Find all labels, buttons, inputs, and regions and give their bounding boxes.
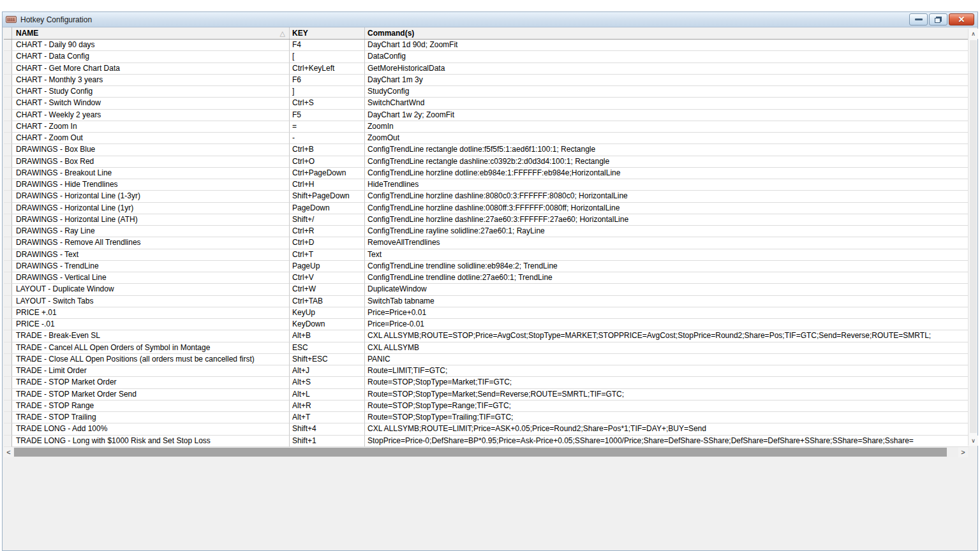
window-controls: ✕ <box>909 13 974 26</box>
row-selector[interactable] <box>4 98 12 109</box>
row-key: Ctrl+D <box>289 237 364 249</box>
table-row[interactable]: CHART - Data Config[DataConfig <box>4 51 969 62</box>
horizontal-scroll-thumb[interactable] <box>14 448 947 457</box>
row-selector[interactable] <box>4 400 12 412</box>
table-row[interactable]: TRADE - Cancel ALL Open Orders of Symbol… <box>4 342 969 354</box>
row-key: - <box>289 133 364 144</box>
row-selector[interactable] <box>4 377 12 388</box>
row-selector[interactable] <box>4 179 12 191</box>
vertical-scroll-thumb[interactable] <box>970 40 977 433</box>
table-row[interactable]: LAYOUT - Duplicate WindowCtrl+WDuplicate… <box>4 284 969 295</box>
row-selector[interactable] <box>4 226 12 237</box>
row-command: ConfigTrendLine trendline dotline:27ae60… <box>364 272 969 284</box>
table-row[interactable]: DRAWINGS - Breakout LineCtrl+PageDownCon… <box>4 168 969 179</box>
row-selector[interactable] <box>4 365 12 377</box>
row-selector[interactable] <box>4 307 12 319</box>
table-row[interactable]: LAYOUT - Switch TabsCtrl+TABSwitchTab ta… <box>4 296 969 307</box>
table-row[interactable]: DRAWINGS - Vertical LineCtrl+VConfigTren… <box>4 272 969 284</box>
table-row[interactable]: DRAWINGS - Ray LineCtrl+RConfigTrendLine… <box>4 226 969 237</box>
row-name: LAYOUT - Duplicate Window <box>12 284 289 295</box>
row-key: Shift+4 <box>289 423 364 435</box>
table-row[interactable]: TRADE - STOP Market OrderAlt+SRoute=STOP… <box>4 377 969 388</box>
scroll-right-icon[interactable]: > <box>958 447 968 457</box>
table-row[interactable]: CHART - Weekly 2 yearsF5DayChart 1w 2y; … <box>4 110 969 121</box>
table-row[interactable]: DRAWINGS - Horizontal Line (1-3yr)Shift+… <box>4 191 969 202</box>
row-selector[interactable] <box>4 261 12 272</box>
scroll-left-icon[interactable]: < <box>4 447 13 457</box>
scroll-up-icon[interactable]: ∧ <box>969 29 978 39</box>
table-row[interactable]: TRADE - Limit OrderAlt+JRoute=LIMIT;TIF=… <box>4 365 969 377</box>
table-row[interactable]: DRAWINGS - TextCtrl+TText <box>4 249 969 261</box>
row-selector[interactable] <box>4 249 12 261</box>
row-name: CHART - Data Config <box>12 51 289 62</box>
table-row[interactable]: DRAWINGS - Hide TrendlinesCtrl+HHideTren… <box>4 179 969 191</box>
table-row[interactable]: CHART - Zoom In=ZoomIn <box>4 121 969 133</box>
row-name: DRAWINGS - Horizontal Line (1yr) <box>12 203 289 214</box>
row-selector[interactable] <box>4 156 12 168</box>
row-selector[interactable] <box>4 284 12 295</box>
table-row[interactable]: TRADE - Break-Even SLAlt+BCXL ALLSYMB;RO… <box>4 330 969 342</box>
row-name: DRAWINGS - TrendLine <box>12 261 289 272</box>
row-selector[interactable] <box>4 51 12 62</box>
row-selector[interactable] <box>4 191 12 202</box>
row-selector[interactable] <box>4 121 12 133</box>
restore-button[interactable] <box>929 13 947 26</box>
row-key: Ctrl+B <box>289 144 364 156</box>
table-row[interactable]: DRAWINGS - Box BlueCtrl+BConfigTrendLine… <box>4 144 969 156</box>
row-selector[interactable] <box>4 342 12 354</box>
row-command: DataConfig <box>364 51 969 62</box>
close-button[interactable]: ✕ <box>949 13 974 26</box>
row-selector[interactable] <box>4 203 12 214</box>
table-row[interactable]: CHART - Get More Chart DataCtrl+KeyLeftG… <box>4 63 969 75</box>
row-selector[interactable] <box>4 319 12 330</box>
keyboard-icon <box>6 16 17 23</box>
minimize-button[interactable] <box>909 13 928 26</box>
table-row[interactable]: DRAWINGS - Box RedCtrl+OConfigTrendLine … <box>4 156 969 168</box>
row-command: ZoomOut <box>364 133 969 144</box>
row-selector[interactable] <box>4 330 12 342</box>
row-selector[interactable] <box>4 144 12 156</box>
scroll-down-icon[interactable]: ∨ <box>969 436 978 446</box>
column-header-name[interactable]: NAME △ <box>12 27 289 39</box>
table-row[interactable]: CHART - Zoom Out-ZoomOut <box>4 133 969 144</box>
row-selector[interactable] <box>4 168 12 179</box>
row-key: Ctrl+KeyLeft <box>289 63 364 75</box>
table-row[interactable]: CHART - Daily 90 daysF4DayChart 1d 90d; … <box>4 40 969 51</box>
row-selector[interactable] <box>4 389 12 400</box>
row-selector[interactable] <box>4 237 12 249</box>
row-selector[interactable] <box>4 75 12 86</box>
column-header-commands[interactable]: Command(s) <box>364 27 969 39</box>
row-selector[interactable] <box>4 110 12 121</box>
table-row[interactable]: PRICE -.01KeyDownPrice=Price-0.01 <box>4 319 969 330</box>
row-selector[interactable] <box>4 86 12 98</box>
table-row[interactable]: TRADE - STOP RangeAlt+RRoute=STOP;StopTy… <box>4 400 969 412</box>
horizontal-scrollbar[interactable]: < > <box>4 447 968 457</box>
row-selector[interactable] <box>4 272 12 284</box>
row-selector[interactable] <box>4 296 12 307</box>
table-row[interactable]: DRAWINGS - Horizontal Line (1yr)PageDown… <box>4 203 969 214</box>
row-selector[interactable] <box>4 40 12 51</box>
row-selector[interactable] <box>4 214 12 226</box>
table-row[interactable]: CHART - Monthly 3 yearsF6DayChart 1m 3y <box>4 75 969 86</box>
table-row[interactable]: TRADE LONG - Long with $1000 Risk and Se… <box>4 436 969 447</box>
table-row[interactable]: TRADE - Close ALL Open Positions (all or… <box>4 354 969 365</box>
row-name: DRAWINGS - Vertical Line <box>12 272 289 284</box>
table-row[interactable]: DRAWINGS - Remove All TrendlinesCtrl+DRe… <box>4 237 969 249</box>
table-row[interactable]: CHART - Study Config]StudyConfig <box>4 86 969 98</box>
row-selector[interactable] <box>4 133 12 144</box>
table-row[interactable]: DRAWINGS - TrendLinePageUpConfigTrendLin… <box>4 261 969 272</box>
row-selector[interactable] <box>4 436 12 447</box>
vertical-scrollbar[interactable]: ∧ ∨ <box>968 29 977 446</box>
table-row[interactable]: PRICE +.01KeyUpPrice=Price+0.01 <box>4 307 969 319</box>
row-selector[interactable] <box>4 423 12 435</box>
table-row[interactable]: TRADE LONG - Add 100%Shift+4CXL ALLSYMB;… <box>4 423 969 435</box>
column-header-key[interactable]: KEY <box>289 27 364 39</box>
table-row[interactable]: TRADE - STOP Market Order SendAlt+LRoute… <box>4 389 969 400</box>
row-selector[interactable] <box>4 412 12 423</box>
titlebar[interactable]: Hotkey Configuration ✕ <box>3 12 977 27</box>
table-row[interactable]: TRADE - STOP TrailingAlt+TRoute=STOP;Sto… <box>4 412 969 423</box>
row-selector[interactable] <box>4 63 12 75</box>
row-selector[interactable] <box>4 354 12 365</box>
table-row[interactable]: CHART - Switch WindowCtrl+SSwitchChartWn… <box>4 98 969 109</box>
table-row[interactable]: DRAWINGS - Horizontal Line (ATH)Shift+/C… <box>4 214 969 226</box>
